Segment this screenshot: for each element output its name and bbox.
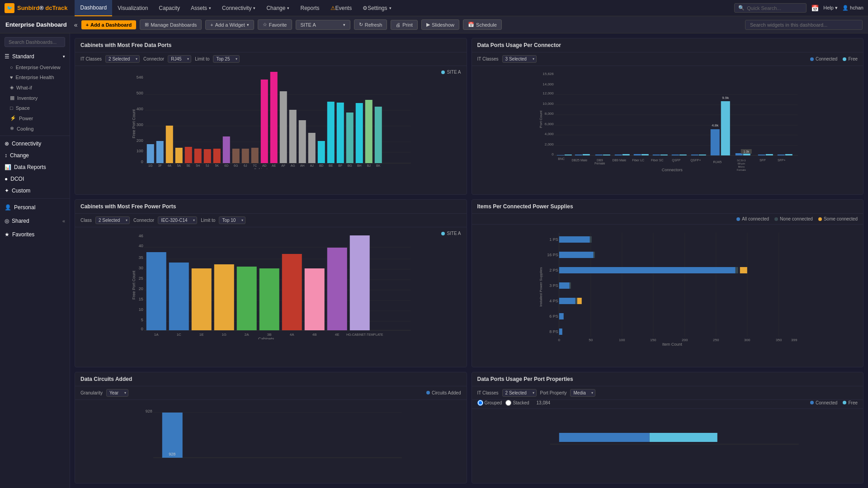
schedule-button[interactable]: 📅 Schedule — [463, 19, 502, 30]
connector-legend: Connected Free — [810, 56, 858, 61]
nav-connectivity[interactable]: Connectivity ▾ — [217, 0, 261, 16]
logo: 🐦 Sunbird® dcTrack — [5, 3, 67, 13]
sidebar-item-power[interactable]: ⚡ Power — [0, 113, 70, 123]
svg-text:5E: 5E — [186, 164, 190, 167]
svg-rect-214 — [559, 433, 649, 442]
sidebar-item-enterprise-health[interactable]: ♥ Enterprise Health — [0, 72, 70, 82]
user-menu[interactable]: 👤 hchan — [842, 5, 863, 11]
svg-text:5: 5 — [141, 318, 143, 322]
add-widget-button[interactable]: + Add a Widget ▾ — [205, 20, 254, 30]
svg-text:3B: 3B — [267, 333, 272, 337]
svg-text:5H: 5H — [196, 164, 200, 167]
nav-events[interactable]: ⚠ Events — [325, 0, 358, 16]
sidebar-section-custom[interactable]: ✦ Custom — [0, 185, 70, 197]
nav-assets[interactable]: Assets ▾ — [185, 0, 217, 16]
sidebar-search-input[interactable] — [5, 37, 65, 47]
nav-change[interactable]: Change ▾ — [261, 0, 295, 16]
stacked-radio-label[interactable]: Stacked — [505, 400, 529, 406]
stacked-radio[interactable] — [505, 400, 511, 406]
grouped-radio-label[interactable]: Grouped — [477, 400, 502, 406]
svg-text:Cabinets: Cabinets — [258, 337, 274, 339]
favorite-button[interactable]: ☆ Favorite — [258, 19, 292, 30]
nav-reports[interactable]: Reports — [295, 0, 325, 16]
class-select[interactable]: 2 Selected — [95, 216, 130, 224]
connector-select-1[interactable]: RJ45 — [168, 55, 191, 63]
sidebar-item-space[interactable]: □ Space — [0, 103, 70, 113]
sidebar-section-connectivity[interactable]: ⊗ Connectivity — [0, 138, 70, 150]
svg-rect-196 — [559, 252, 593, 258]
it-classes-select-2[interactable]: 3 Selected — [502, 55, 537, 63]
sidebar-item-inventory[interactable]: ▦ Inventory — [0, 93, 70, 103]
svg-text:AH: AH — [300, 164, 305, 167]
it-classes-select-3[interactable]: 2 Selected — [502, 389, 537, 397]
svg-rect-82 — [557, 155, 564, 155]
svg-rect-34 — [242, 149, 249, 163]
svg-rect-101 — [671, 155, 679, 155]
slideshow-button[interactable]: ▶ Slideshow — [421, 19, 459, 30]
granularity-select[interactable]: Year — [106, 389, 128, 397]
it-classes-select-wrap-3: 2 Selected — [502, 389, 537, 397]
sidebar-section-favorites[interactable]: ★ Favorites — [0, 228, 70, 241]
calendar-icon[interactable]: 📅 — [811, 5, 819, 12]
svg-rect-201 — [559, 282, 569, 289]
widget-data-ports-connector-body: 15,626 14,000 12,000 10,000 8,000 6,000 … — [472, 66, 863, 178]
it-classes-select[interactable]: 2 Selected — [105, 55, 140, 63]
granularity-select-wrap: Year — [106, 389, 128, 397]
svg-rect-202 — [569, 282, 571, 289]
widget-search-input[interactable] — [745, 20, 863, 30]
sidebar-item-cooling[interactable]: ❄ Cooling — [0, 123, 70, 134]
power-ports-chart: 46 40 35 30 25 20 15 10 5 0 — [80, 231, 461, 339]
svg-rect-105 — [698, 155, 706, 155]
sidebar-section-change[interactable]: ↕ Change — [0, 150, 70, 161]
connector-select-2[interactable]: IEC-320-C14 — [158, 216, 197, 224]
svg-text:6,000: 6,000 — [544, 122, 554, 126]
sidebar-item-enterprise-overview[interactable]: ○ Enterprise Overview — [0, 62, 70, 72]
svg-rect-62 — [375, 107, 382, 163]
svg-text:4 PS: 4 PS — [549, 299, 558, 303]
sidebar-section-data-reports[interactable]: 📊 Data Reports — [0, 161, 70, 173]
cabinets-data-chart: 546 500 400 300 200 100 0 Free Port Coun… — [80, 70, 461, 169]
svg-text:Cabinets: Cabinets — [254, 168, 270, 169]
sidebar-section-personal[interactable]: 👤 Personal — [0, 201, 70, 214]
svg-text:350: 350 — [776, 338, 782, 342]
nav-settings[interactable]: ⚙ Settings ▾ — [357, 0, 396, 16]
limit-select-2[interactable]: Top 10 — [219, 216, 245, 224]
limit-select-1[interactable]: Top 25 — [213, 55, 240, 63]
widget-items-per-power-title: Items Per Connected Power Supplies — [472, 200, 863, 214]
svg-rect-83 — [564, 155, 571, 155]
svg-rect-89 — [603, 155, 610, 155]
svg-rect-207 — [559, 328, 562, 335]
port-property-select[interactable]: Media — [570, 389, 595, 397]
svg-text:15: 15 — [139, 297, 143, 301]
sidebar-section-shared[interactable]: ◎ Shared « — [0, 214, 70, 228]
svg-rect-46 — [299, 120, 306, 163]
manage-dashboards-button[interactable]: ⊞ Manage Dashboards — [140, 19, 202, 30]
quick-search[interactable]: 🔍 Quick Search... — [734, 3, 807, 13]
print-button[interactable]: 🖨 Print — [391, 20, 418, 30]
svg-text:BG: BG — [348, 164, 352, 167]
nav-capacity[interactable]: Capacity — [153, 0, 185, 16]
svg-rect-149 — [169, 263, 189, 330]
add-dashboard-button[interactable]: + Add a Dashboard — [81, 20, 137, 29]
svg-text:200: 200 — [682, 338, 688, 342]
legend-port-connected: Connected — [810, 400, 837, 405]
nav-visualization[interactable]: Visualization — [112, 0, 153, 16]
svg-rect-206 — [559, 313, 563, 319]
refresh-button[interactable]: ↻ Refresh — [354, 19, 387, 30]
help-link[interactable]: Help ▾ — [823, 5, 838, 11]
svg-text:20: 20 — [139, 286, 143, 291]
site-selector[interactable]: SITE A ▾ — [296, 20, 350, 30]
sidebar-item-what-if[interactable]: ◈ What-if — [0, 82, 70, 93]
svg-text:HG-CABINET-TEMPLATE: HG-CABINET-TEMPLATE — [346, 333, 383, 336]
svg-text:6G: 6G — [234, 164, 238, 167]
sidebar-section-dcoi[interactable]: ● DCOI — [0, 173, 70, 185]
legend-some-connected: Some connected — [818, 216, 858, 221]
svg-text:Connectors: Connectors — [661, 168, 683, 172]
collapse-sidebar-button[interactable]: « — [74, 21, 78, 28]
svg-text:Female: Female — [736, 169, 746, 171]
grouped-radio[interactable] — [477, 400, 483, 406]
nav-dashboard[interactable]: Dashboard — [75, 0, 112, 16]
site-badge-2: SITE A — [441, 231, 461, 236]
svg-rect-85 — [575, 155, 582, 155]
sidebar-section-standard[interactable]: ☰ Standard ▾ — [0, 51, 70, 62]
